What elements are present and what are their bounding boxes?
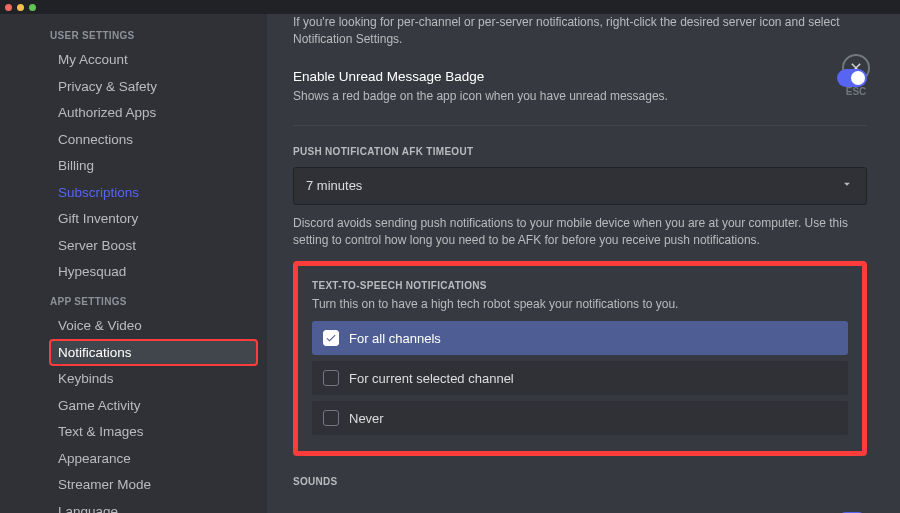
traffic-light-maximize-icon[interactable] bbox=[29, 4, 36, 11]
sounds-header: SOUNDS bbox=[293, 476, 867, 487]
sidebar-item-connections[interactable]: Connections bbox=[50, 127, 257, 152]
tts-header: TEXT-TO-SPEECH NOTIFICATIONS bbox=[312, 280, 848, 291]
content-divider bbox=[293, 125, 867, 126]
sidebar-item-hypesquad[interactable]: Hypesquad bbox=[50, 259, 257, 284]
afk-timeout-header: PUSH NOTIFICATION AFK TIMEOUT bbox=[293, 146, 867, 157]
traffic-light-minimize-icon[interactable] bbox=[17, 4, 24, 11]
afk-timeout-select[interactable]: 7 minutes bbox=[293, 167, 867, 205]
app-settings-header: APP SETTINGS bbox=[50, 296, 257, 307]
tts-desc: Turn this on to have a high tech robot s… bbox=[312, 297, 848, 311]
unread-badge-desc: Shows a red badge on the app icon when y… bbox=[293, 88, 668, 105]
sidebar-item-gift-inventory[interactable]: Gift Inventory bbox=[50, 206, 257, 231]
sidebar-item-game-activity[interactable]: Game Activity bbox=[50, 393, 257, 418]
checkbox-icon bbox=[323, 410, 339, 426]
tts-option-current-channel[interactable]: For current selected channel bbox=[312, 361, 848, 395]
esc-label: ESC bbox=[846, 86, 867, 97]
tts-option-label: For current selected channel bbox=[349, 371, 514, 386]
sidebar-item-billing[interactable]: Billing bbox=[50, 153, 257, 178]
settings-sidebar: USER SETTINGS My Account Privacy & Safet… bbox=[0, 14, 267, 513]
user-settings-header: USER SETTINGS bbox=[50, 30, 257, 41]
checkbox-icon bbox=[323, 330, 339, 346]
sidebar-item-keybinds[interactable]: Keybinds bbox=[50, 366, 257, 391]
sound-row-message: Message bbox=[293, 503, 867, 513]
sidebar-item-streamer-mode[interactable]: Streamer Mode bbox=[50, 472, 257, 497]
afk-timeout-desc: Discord avoids sending push notification… bbox=[293, 215, 867, 250]
sidebar-item-subscriptions[interactable]: Subscriptions bbox=[50, 180, 257, 205]
checkbox-icon bbox=[323, 370, 339, 386]
tts-section: TEXT-TO-SPEECH NOTIFICATIONS Turn this o… bbox=[293, 261, 867, 456]
tts-option-never[interactable]: Never bbox=[312, 401, 848, 435]
unread-badge-toggle[interactable] bbox=[837, 69, 867, 87]
chevron-down-icon bbox=[840, 177, 854, 195]
per-channel-note: If you're looking for per-channel or per… bbox=[293, 14, 867, 49]
afk-timeout-value: 7 minutes bbox=[306, 178, 362, 193]
sidebar-item-server-boost[interactable]: Server Boost bbox=[50, 233, 257, 258]
traffic-light-close-icon[interactable] bbox=[5, 4, 12, 11]
window-titlebar bbox=[0, 0, 900, 14]
sidebar-item-authorized-apps[interactable]: Authorized Apps bbox=[50, 100, 257, 125]
unread-badge-title: Enable Unread Message Badge bbox=[293, 69, 668, 84]
sidebar-item-notifications[interactable]: Notifications bbox=[50, 340, 257, 365]
tts-option-label: For all channels bbox=[349, 331, 441, 346]
sidebar-item-my-account[interactable]: My Account bbox=[50, 47, 257, 72]
sidebar-item-language[interactable]: Language bbox=[50, 499, 257, 514]
settings-content: If you're looking for per-channel or per… bbox=[267, 14, 897, 513]
sidebar-item-voice-video[interactable]: Voice & Video bbox=[50, 313, 257, 338]
tts-option-label: Never bbox=[349, 411, 384, 426]
sidebar-item-appearance[interactable]: Appearance bbox=[50, 446, 257, 471]
sidebar-item-text-images[interactable]: Text & Images bbox=[50, 419, 257, 444]
sidebar-item-privacy-safety[interactable]: Privacy & Safety bbox=[50, 74, 257, 99]
tts-option-all-channels[interactable]: For all channels bbox=[312, 321, 848, 355]
